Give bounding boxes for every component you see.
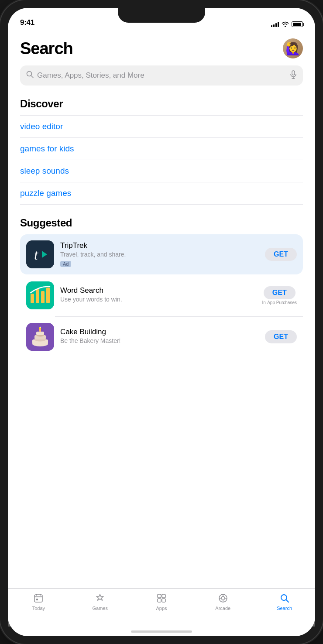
app-desc-triptrek: Travel, track, and share. <box>60 251 259 258</box>
discover-link-games-for-kids[interactable]: games for kids <box>20 144 74 153</box>
svg-point-32 <box>221 596 225 600</box>
svg-rect-11 <box>41 291 45 303</box>
svg-rect-24 <box>36 594 37 596</box>
tab-bar: Today Games <box>8 588 315 627</box>
signal-bar-3 <box>275 23 277 27</box>
svg-rect-19 <box>36 332 44 335</box>
app-info-triptrek: TripTrek Travel, track, and share. Ad <box>60 241 259 267</box>
notch <box>118 8 205 23</box>
phone-screen: 9:41 <box>8 8 315 636</box>
app-card-triptrek[interactable]: t TripTrek Travel, track, and share. Ad … <box>20 234 303 274</box>
tab-search[interactable]: Search <box>254 592 315 611</box>
tab-icon-today <box>32 592 45 604</box>
svg-rect-29 <box>158 599 161 602</box>
app-desc-wordsearch: Use your words to win. <box>60 296 256 303</box>
tab-label-arcade: Arcade <box>215 606 230 611</box>
discover-list: video editor games for kids sleep sounds… <box>20 115 303 205</box>
signal-icon <box>271 21 279 27</box>
battery-fill <box>293 23 301 26</box>
discover-title: Discover <box>20 98 303 110</box>
app-card-wordsearch[interactable]: Word Search Use your words to win. GET I… <box>20 275 303 315</box>
battery-icon <box>292 21 303 27</box>
app-name-wordsearch: Word Search <box>60 286 256 295</box>
tab-icon-apps <box>155 592 168 604</box>
discover-section: Discover video editor games for kids sle… <box>20 98 303 205</box>
app-icon-cakebuilding <box>26 323 54 351</box>
discover-link-puzzle-games[interactable]: puzzle games <box>20 188 71 198</box>
tab-arcade[interactable]: Arcade <box>192 592 254 611</box>
app-name-cakebuilding: Cake Building <box>60 328 259 336</box>
tab-icon-arcade <box>217 592 229 604</box>
svg-rect-9 <box>31 294 34 303</box>
search-bar-search-icon <box>26 71 34 80</box>
app-desc-cakebuilding: Be the Bakery Master! <box>60 337 259 344</box>
svg-rect-25 <box>40 594 41 596</box>
avatar[interactable]: 🙋‍♀️ <box>283 38 303 58</box>
get-button-cakebuilding[interactable]: GET <box>265 330 297 343</box>
svg-rect-5 <box>26 240 54 268</box>
get-button-triptrek[interactable]: GET <box>265 248 297 261</box>
in-app-label-wordsearch: In-App Purchases <box>262 300 297 305</box>
tab-apps[interactable]: Apps <box>131 592 192 611</box>
list-item[interactable]: puzzle games <box>20 182 303 205</box>
get-button-wrap-wordsearch: GET In-App Purchases <box>262 286 297 305</box>
app-card-cakebuilding[interactable]: Cake Building Be the Bakery Master! GET <box>20 317 303 357</box>
status-icons <box>271 21 303 27</box>
list-item[interactable]: video editor <box>20 115 303 138</box>
svg-rect-8 <box>26 281 54 309</box>
signal-bar-1 <box>271 25 272 27</box>
tab-icon-games <box>94 592 106 604</box>
tab-label-search: Search <box>277 606 292 611</box>
search-placeholder: Games, Apps, Stories, and More <box>37 71 286 80</box>
battery-tip <box>303 23 304 26</box>
svg-line-38 <box>286 600 289 603</box>
page-header: Search 🙋‍♀️ <box>20 30 303 65</box>
tab-label-today: Today <box>32 606 45 611</box>
signal-bar-2 <box>273 24 275 27</box>
home-indicator <box>8 627 315 636</box>
mic-icon[interactable] <box>290 70 297 81</box>
svg-rect-10 <box>36 289 39 303</box>
suggested-title: Suggested <box>20 217 303 229</box>
ad-badge-triptrek: Ad <box>60 261 71 267</box>
scroll-content: Search 🙋‍♀️ Games, Apps, Stories, and Mo… <box>8 30 315 588</box>
discover-link-video-editor[interactable]: video editor <box>20 122 63 131</box>
wifi-icon <box>282 21 289 27</box>
suggested-section: Suggested t TripTrek Travel, track, and … <box>20 217 303 357</box>
app-icon-triptrek: t <box>26 240 54 268</box>
discover-link-sleep-sounds[interactable]: sleep sounds <box>20 166 69 175</box>
home-bar <box>131 630 192 633</box>
app-name-triptrek: TripTrek <box>60 241 259 250</box>
svg-rect-22 <box>34 595 42 602</box>
tab-icon-search <box>278 592 291 604</box>
svg-rect-30 <box>162 599 165 602</box>
svg-text:t: t <box>34 247 39 263</box>
get-button-wordsearch[interactable]: GET <box>264 286 296 299</box>
tab-games[interactable]: Games <box>69 592 131 611</box>
list-item[interactable]: games for kids <box>20 138 303 160</box>
app-info-cakebuilding: Cake Building Be the Bakery Master! <box>60 328 259 346</box>
svg-rect-28 <box>162 594 165 598</box>
app-icon-wordsearch <box>26 281 54 309</box>
svg-rect-26 <box>36 599 38 600</box>
svg-rect-27 <box>158 594 161 598</box>
svg-rect-23 <box>34 596 42 597</box>
signal-bar-4 <box>278 22 279 27</box>
svg-line-1 <box>31 75 33 78</box>
app-info-wordsearch: Word Search Use your words to win. <box>60 286 256 305</box>
tab-today[interactable]: Today <box>8 592 69 611</box>
tab-label-games: Games <box>92 606 107 611</box>
svg-rect-2 <box>292 71 295 75</box>
tab-label-apps: Apps <box>156 606 167 611</box>
page-title: Search <box>20 39 73 58</box>
list-item[interactable]: sleep sounds <box>20 160 303 182</box>
search-bar[interactable]: Games, Apps, Stories, and More <box>20 65 303 86</box>
phone-shell: 9:41 <box>0 0 323 644</box>
status-time: 9:41 <box>20 18 34 27</box>
svg-rect-12 <box>46 288 50 303</box>
